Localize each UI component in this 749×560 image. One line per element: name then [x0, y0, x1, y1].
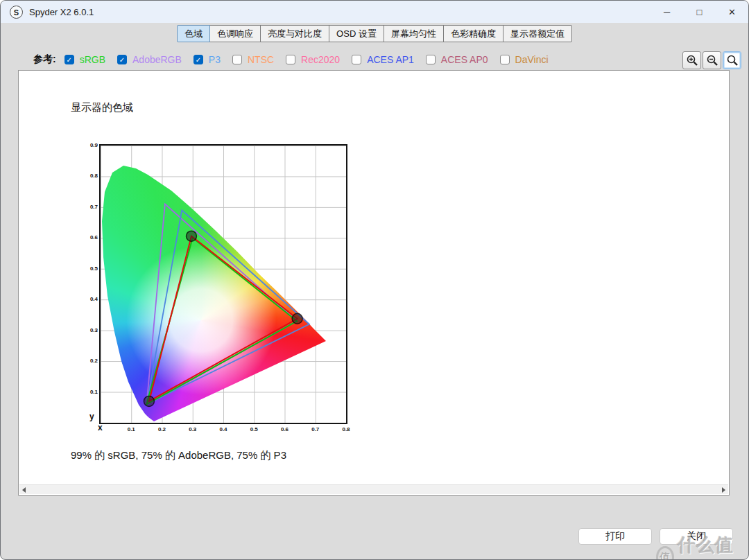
watermark-badge: 值	[656, 546, 674, 560]
zoom-fit-icon	[726, 54, 739, 67]
zoom-out-button[interactable]	[703, 51, 721, 69]
checkbox-davinci[interactable]	[500, 55, 510, 64]
reference-davinci[interactable]: DaVinci	[500, 54, 549, 65]
x-tick: 0.2	[152, 426, 173, 432]
checkbox-srgb[interactable]: ✓	[64, 55, 74, 64]
reference-name: Rec2020	[301, 54, 340, 65]
scroll-left-icon[interactable]	[22, 487, 26, 493]
reference-rec2020[interactable]: Rec2020	[286, 54, 340, 65]
reference-name: ACES AP1	[367, 54, 414, 65]
checkbox-aces-ap0[interactable]	[426, 55, 436, 64]
x-tick: 0.4	[213, 426, 234, 432]
x-tick: 0.8	[336, 426, 356, 432]
zoom-toolbar	[682, 51, 741, 69]
tab-tone-response[interactable]: 色调响应	[209, 25, 261, 42]
checkbox-aces-ap1[interactable]	[352, 55, 361, 64]
content-panel: 显示器的色域 0.10.20.30.40.50.60.70.80.90.10.2…	[18, 70, 730, 496]
close-button[interactable]: 关闭	[660, 528, 733, 545]
gamut-triangle-display	[149, 236, 298, 401]
reference-adobergb[interactable]: ✓AdobeRGB	[117, 54, 182, 65]
primary-marker	[292, 313, 302, 324]
reference-label: 参考:	[33, 53, 56, 66]
y-tick: 0.9	[77, 142, 98, 148]
tab-color-accuracy[interactable]: 色彩精确度	[443, 25, 503, 42]
horizontal-scrollbar[interactable]	[19, 484, 728, 494]
reference-name: NTSC	[248, 54, 274, 65]
print-button[interactable]: 打印	[578, 528, 652, 545]
reference-name: AdobeRGB	[132, 54, 182, 65]
y-tick: 0.2	[77, 358, 98, 364]
y-tick: 0.1	[77, 389, 98, 395]
scroll-right-icon[interactable]	[722, 487, 725, 493]
zoom-in-button[interactable]	[682, 51, 701, 69]
gamut-svg	[101, 146, 346, 423]
minimize-button[interactable]: ─	[651, 1, 683, 23]
window-title: Spyder X2 6.0.1	[29, 1, 94, 23]
y-tick: 0.3	[77, 327, 98, 333]
gamut-triangle-adobergb	[146, 204, 297, 404]
x-tick: 0.7	[305, 426, 326, 432]
y-axis-label: y	[89, 412, 94, 421]
chart-heading: 显示器的色域	[71, 101, 133, 114]
y-tick: 0.5	[77, 265, 98, 272]
zoom-in-icon	[686, 54, 698, 67]
tab-bar: 色域色调响应亮度与对比度OSD 设置屏幕均匀性色彩精确度显示器额定值	[1, 25, 748, 42]
reference-bar: 参考: ✓sRGB✓AdobeRGB✓P3NTSCRec2020ACES AP1…	[33, 51, 560, 69]
reference-name: ACES AP0	[441, 54, 488, 65]
y-tick: 0.7	[77, 204, 98, 210]
window-controls: ─□✕	[651, 1, 748, 23]
tab-screen-uniformity[interactable]: 屏幕均匀性	[384, 25, 444, 42]
reference-srgb[interactable]: ✓sRGB	[64, 54, 105, 65]
plot-area	[99, 144, 347, 424]
primary-marker	[144, 396, 154, 406]
maximize-button[interactable]: □	[683, 1, 716, 23]
reference-aces-ap1[interactable]: ACES AP1	[352, 54, 414, 65]
checkbox-adobergb[interactable]: ✓	[117, 55, 127, 64]
primary-marker	[186, 231, 196, 241]
checkbox-p3[interactable]: ✓	[193, 55, 203, 64]
coverage-result-text: 99% 的 sRGB, 75% 的 AdobeRGB, 75% 的 P3	[71, 449, 286, 462]
title-bar: S Spyder X2 6.0.1 ─□✕	[1, 1, 748, 23]
y-tick: 0.6	[77, 234, 98, 240]
x-tick: 0.6	[275, 426, 295, 432]
x-tick: 0.1	[121, 426, 141, 432]
tab-osd-settings[interactable]: OSD 设置	[329, 25, 384, 42]
tab-display-rating[interactable]: 显示器额定值	[503, 25, 572, 42]
x-axis-label: x	[98, 423, 103, 432]
reference-p3[interactable]: ✓P3	[193, 54, 221, 65]
x-tick: 0.5	[243, 426, 264, 432]
reference-ntsc[interactable]: NTSC	[232, 54, 274, 65]
x-tick: 0.3	[182, 426, 203, 432]
checkbox-rec2020[interactable]	[286, 55, 295, 64]
close-button[interactable]: ✕	[716, 1, 748, 23]
y-tick: 0.8	[77, 173, 98, 179]
reference-name: DaVinci	[515, 54, 549, 65]
checkbox-ntsc[interactable]	[232, 55, 242, 64]
gamut-triangle-p3	[146, 210, 309, 404]
app-logo-icon: S	[10, 6, 23, 19]
app-window: S Spyder X2 6.0.1 ─□✕ 色域色调响应亮度与对比度OSD 设置…	[0, 0, 749, 560]
reference-aces-ap0[interactable]: ACES AP0	[426, 54, 488, 65]
tab-gamut[interactable]: 色域	[177, 25, 210, 42]
zoom-fit-button[interactable]	[723, 51, 741, 69]
reference-name: sRGB	[80, 54, 105, 65]
zoom-out-icon	[706, 54, 718, 67]
chromaticity-chart: 0.10.20.30.40.50.60.70.80.90.10.20.30.40…	[99, 144, 347, 424]
reference-name: P3	[209, 54, 221, 65]
tab-brightness-contrast[interactable]: 亮度与对比度	[260, 25, 329, 42]
y-tick: 0.4	[77, 296, 98, 302]
